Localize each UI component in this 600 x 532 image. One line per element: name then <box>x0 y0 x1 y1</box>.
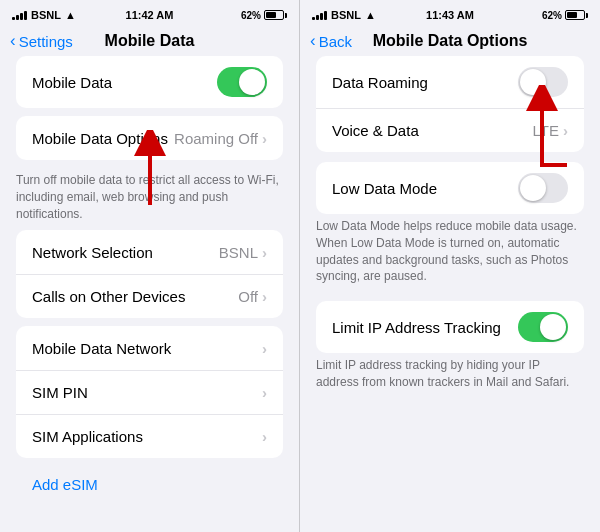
back-label-right: Back <box>319 33 352 50</box>
mobile-data-network-row[interactable]: Mobile Data Network › <box>16 326 283 370</box>
carrier-name-right: BSNL <box>331 9 361 21</box>
status-bar-left: BSNL ▲ 11:42 AM 62% <box>0 0 299 28</box>
mobile-data-network-chevron: › <box>262 340 267 357</box>
voice-data-row[interactable]: Voice & Data LTE › <box>316 108 584 152</box>
page-title-right: Mobile Data Options <box>373 32 528 50</box>
limit-ip-toggle[interactable] <box>518 312 568 342</box>
calls-other-devices-value: Off <box>238 288 258 305</box>
section-gap-1 <box>300 152 600 162</box>
status-bar-right: BSNL ▲ 11:43 AM 62% <box>300 0 600 28</box>
back-button-left[interactable]: ‹ Settings <box>10 31 73 51</box>
limit-ip-card: Limit IP Address Tracking <box>316 301 584 353</box>
sim-applications-label: SIM Applications <box>32 428 262 445</box>
sim-pin-chevron: › <box>262 384 267 401</box>
mobile-data-options-row[interactable]: Mobile Data Options Roaming Off › <box>16 116 283 160</box>
right-panel-content: Data Roaming Voice & Data LTE › Low Data… <box>300 56 600 532</box>
low-data-description: Low Data Mode helps reduce mobile data u… <box>300 214 600 293</box>
nav-bar-left: ‹ Settings Mobile Data <box>0 28 299 56</box>
back-button-right[interactable]: ‹ Back <box>310 31 352 51</box>
battery-right: 62% <box>542 10 588 21</box>
battery-percent-right: 62% <box>542 10 562 21</box>
low-data-card: Low Data Mode <box>316 162 584 214</box>
low-data-mode-label: Low Data Mode <box>332 180 518 197</box>
calls-other-devices-row[interactable]: Calls on Other Devices Off › <box>16 274 283 318</box>
sim-card: Mobile Data Network › SIM PIN › SIM Appl… <box>16 326 283 458</box>
low-data-mode-toggle[interactable] <box>518 173 568 203</box>
time-right: 11:43 AM <box>426 9 474 21</box>
data-roaming-label: Data Roaming <box>332 74 518 91</box>
wifi-icon-right: ▲ <box>365 9 376 21</box>
signal-bars-left <box>12 10 27 20</box>
low-data-mode-toggle-knob <box>520 175 546 201</box>
low-data-mode-row[interactable]: Low Data Mode <box>316 162 584 214</box>
sim-pin-row[interactable]: SIM PIN › <box>16 370 283 414</box>
battery-icon-right <box>565 10 588 20</box>
calls-other-devices-label: Calls on Other Devices <box>32 288 238 305</box>
back-label-left: Settings <box>19 33 73 50</box>
limit-ip-toggle-knob <box>540 314 566 340</box>
mobile-data-options-label: Mobile Data Options <box>32 130 174 147</box>
network-calls-card: Network Selection BSNL › Calls on Other … <box>16 230 283 318</box>
time-left: 11:42 AM <box>126 9 174 21</box>
battery-icon-left <box>264 10 287 20</box>
page-title-left: Mobile Data <box>105 32 195 50</box>
roaming-voice-card: Data Roaming Voice & Data LTE › <box>316 56 584 152</box>
calls-other-devices-chevron: › <box>262 288 267 305</box>
add-esim-button[interactable]: Add eSIM <box>16 466 283 503</box>
mobile-data-options-value: Roaming Off <box>174 130 258 147</box>
sim-pin-label: SIM PIN <box>32 384 262 401</box>
left-panel-content: Mobile Data Mobile Data Options Roaming … <box>0 56 299 532</box>
mobile-data-toggle-knob <box>239 69 265 95</box>
sim-applications-row[interactable]: SIM Applications › <box>16 414 283 458</box>
wifi-icon-left: ▲ <box>65 9 76 21</box>
sim-applications-chevron: › <box>262 428 267 445</box>
mobile-data-label: Mobile Data <box>32 74 217 91</box>
nav-bar-right: ‹ Back Mobile Data Options <box>300 28 600 56</box>
battery-percent-left: 62% <box>241 10 261 21</box>
signal-bars-right <box>312 10 327 20</box>
voice-data-label: Voice & Data <box>332 122 533 139</box>
mobile-data-description: Turn off mobile data to restrict all acc… <box>0 168 299 230</box>
mobile-data-row[interactable]: Mobile Data <box>16 56 283 108</box>
network-selection-row[interactable]: Network Selection BSNL › <box>16 230 283 274</box>
limit-ip-description: Limit IP address tracking by hiding your… <box>300 353 600 399</box>
back-chevron-left: ‹ <box>10 31 16 51</box>
voice-data-chevron: › <box>563 122 568 139</box>
voice-data-value: LTE <box>533 122 559 139</box>
right-panel: BSNL ▲ 11:43 AM 62% ‹ Back Mobile Data O… <box>300 0 600 532</box>
carrier-right: BSNL ▲ <box>312 9 376 21</box>
mobile-data-options-chevron: › <box>262 130 267 147</box>
limit-ip-label: Limit IP Address Tracking <box>332 319 518 336</box>
limit-ip-row[interactable]: Limit IP Address Tracking <box>316 301 584 353</box>
mobile-data-toggle[interactable] <box>217 67 267 97</box>
network-selection-chevron: › <box>262 244 267 261</box>
carrier-name-left: BSNL <box>31 9 61 21</box>
back-chevron-right: ‹ <box>310 31 316 51</box>
carrier-left: BSNL ▲ <box>12 9 76 21</box>
network-selection-label: Network Selection <box>32 244 219 261</box>
data-roaming-toggle[interactable] <box>518 67 568 97</box>
data-roaming-toggle-knob <box>520 69 546 95</box>
data-roaming-row[interactable]: Data Roaming <box>316 56 584 108</box>
left-panel: BSNL ▲ 11:42 AM 62% ‹ Settings Mobile Da… <box>0 0 300 532</box>
network-selection-value: BSNL <box>219 244 258 261</box>
mobile-data-network-label: Mobile Data Network <box>32 340 262 357</box>
battery-left: 62% <box>241 10 287 21</box>
mobile-data-card: Mobile Data <box>16 56 283 108</box>
mobile-data-options-card: Mobile Data Options Roaming Off › <box>16 116 283 160</box>
